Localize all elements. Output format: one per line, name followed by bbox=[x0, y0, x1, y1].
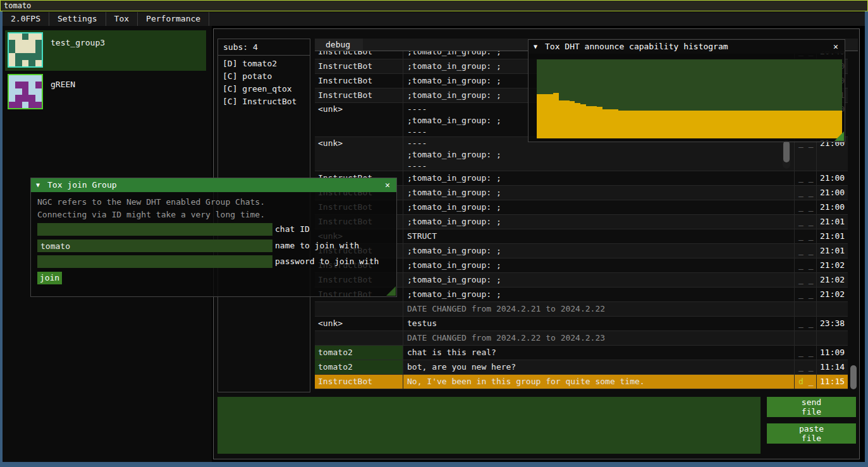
message-line: chat is this real? bbox=[407, 346, 794, 360]
avatar-pixel bbox=[35, 60, 42, 66]
histogram-bar bbox=[722, 111, 728, 138]
histogram-bar bbox=[673, 111, 679, 138]
close-icon[interactable]: ✕ bbox=[830, 41, 841, 52]
chat-scrollbar-thumb[interactable] bbox=[850, 365, 857, 389]
subs-member-instructbot[interactable]: [C] InstructBot bbox=[223, 95, 310, 108]
join-window-title: Tox join Group bbox=[47, 178, 117, 192]
sidebar-group-test_group3[interactable]: test_group3 bbox=[5, 30, 206, 71]
subs-member-tomato2[interactable]: [D] tomato2 bbox=[223, 58, 310, 70]
message-input[interactable] bbox=[217, 397, 761, 454]
avatar-pixel bbox=[28, 82, 35, 88]
menu-item-settings[interactable]: Settings bbox=[49, 12, 106, 26]
message-row[interactable]: <unk>testus_ _23:38 bbox=[315, 317, 848, 331]
histogram-bar bbox=[542, 94, 548, 138]
status-mark: _ bbox=[804, 202, 814, 212]
status-mark: _ bbox=[798, 231, 804, 241]
menu-item-2-0fps[interactable]: 2.0FPS bbox=[3, 12, 49, 26]
message-line: ;tomato_in_group: ; bbox=[407, 273, 794, 287]
message-cell: ;tomato_in_group: ; bbox=[403, 244, 795, 258]
message-row[interactable]: <unk>----;tomato_in_group: ;----_ _21:00 bbox=[315, 137, 848, 171]
status-mark: _ bbox=[804, 318, 814, 328]
avatar-pixel bbox=[28, 40, 35, 46]
message-row[interactable]: tomato2bot, are you new here?_ _11:14 bbox=[315, 360, 848, 375]
status-mark: _ bbox=[798, 173, 804, 183]
paste-file-button[interactable]: paste file bbox=[767, 423, 856, 444]
histogram-bar bbox=[608, 109, 613, 138]
histogram-bar bbox=[537, 94, 542, 138]
collapse-icon[interactable]: ▼ bbox=[36, 178, 40, 192]
status-mark: _ bbox=[798, 289, 804, 299]
histogram-plot[interactable] bbox=[537, 59, 842, 138]
histogram-bar bbox=[695, 111, 700, 138]
time-cell: 21:00 bbox=[817, 171, 848, 185]
join-password-input[interactable] bbox=[37, 255, 272, 268]
window-title: tomato bbox=[4, 1, 31, 10]
resize-grip[interactable] bbox=[386, 286, 396, 296]
collapse-icon[interactable]: ▼ bbox=[534, 40, 537, 54]
status-mark: _ bbox=[804, 173, 814, 183]
sender-cell: <unk> bbox=[315, 103, 403, 136]
send-file-button[interactable]: send file bbox=[767, 397, 856, 417]
join-help-line-2: Connecting via ID might take a very long… bbox=[37, 210, 265, 219]
status-cell: _ _ bbox=[795, 171, 817, 185]
histogram-window-title: Tox DHT announce capability histogram bbox=[545, 40, 728, 54]
message-line: ;tomato_in_group: ; bbox=[407, 149, 794, 161]
histogram-bar bbox=[777, 111, 783, 138]
message-line: ;tomato_in_group: ; bbox=[407, 288, 794, 301]
histogram-bar bbox=[559, 100, 565, 138]
join-field: name to join with bbox=[37, 240, 359, 252]
join-button[interactable]: join bbox=[37, 272, 62, 284]
histogram-bar bbox=[815, 111, 821, 138]
histogram-bar bbox=[738, 111, 744, 138]
subs-member-green_qtox[interactable]: [C] green_qtox bbox=[223, 83, 310, 95]
sender-cell bbox=[315, 302, 403, 316]
message-line: ;tomato_in_group: ; bbox=[407, 200, 794, 214]
join-field-label: chat ID bbox=[275, 223, 310, 236]
message-line: ;tomato_in_group: ; bbox=[407, 215, 794, 229]
histogram-bar bbox=[728, 111, 733, 138]
histogram-bar bbox=[580, 104, 586, 138]
message-cell: ;tomato_in_group: ; bbox=[403, 215, 795, 229]
avatar-pixel bbox=[9, 82, 15, 88]
histogram-window-titlebar[interactable]: ▼ Tox DHT announce capability histogram … bbox=[529, 40, 845, 54]
histogram-bar bbox=[624, 111, 630, 138]
time-cell bbox=[817, 331, 848, 345]
histogram-bar bbox=[733, 111, 739, 138]
message-cell: DATE CHANGED from 2024.2.21 to 2024.2.22 bbox=[403, 302, 795, 316]
message-cell-scrollbar-thumb[interactable] bbox=[783, 141, 790, 162]
status-cell: _ _ bbox=[795, 360, 817, 374]
time-cell: 21:02 bbox=[817, 273, 848, 287]
status-mark: _ bbox=[798, 188, 804, 197]
window-frame-bottom bbox=[0, 462, 868, 467]
avatar-pixel bbox=[15, 82, 21, 88]
subs-member-potato[interactable]: [C] potato bbox=[223, 70, 310, 83]
menu-item-tox[interactable]: Tox bbox=[106, 12, 138, 26]
join-window-titlebar[interactable]: ▼ Tox join Group ✕ bbox=[31, 178, 396, 192]
chat-id-input[interactable] bbox=[37, 223, 272, 236]
histogram-bar bbox=[821, 111, 826, 138]
status-mark: _ bbox=[804, 246, 814, 255]
chat-scrollbar bbox=[850, 51, 858, 392]
avatar-pixel bbox=[28, 88, 35, 95]
avatar-pixel bbox=[22, 82, 28, 88]
menu-item-performance[interactable]: Performance bbox=[138, 12, 209, 26]
avatar-pixel bbox=[28, 53, 35, 59]
histogram-bar bbox=[618, 111, 624, 138]
status-mark: _ bbox=[798, 260, 804, 270]
histogram-bar bbox=[755, 111, 761, 138]
close-icon[interactable]: ✕ bbox=[382, 179, 393, 191]
time-cell: 21:00 bbox=[817, 186, 848, 200]
join-name-input[interactable] bbox=[37, 240, 272, 252]
sender-cell: InstructBot bbox=[315, 375, 403, 389]
resize-grip[interactable] bbox=[834, 131, 844, 141]
histogram-bar bbox=[809, 111, 815, 138]
status-mark: _ bbox=[798, 202, 804, 212]
tab-debug[interactable]: debug bbox=[315, 39, 363, 51]
message-cell: DATE CHANGED from 2024.2.22 to 2024.2.23 bbox=[403, 331, 795, 345]
message-row[interactable]: InstructBotNo, I've been in this group f… bbox=[315, 375, 848, 389]
histogram-bar bbox=[575, 103, 580, 138]
os-titlebar[interactable]: tomato bbox=[0, 0, 868, 11]
sidebar-group-green[interactable]: gREEN bbox=[5, 72, 206, 112]
avatar-pixel bbox=[15, 40, 21, 46]
message-row[interactable]: tomato2chat is this real?_ _11:09 bbox=[315, 346, 848, 360]
